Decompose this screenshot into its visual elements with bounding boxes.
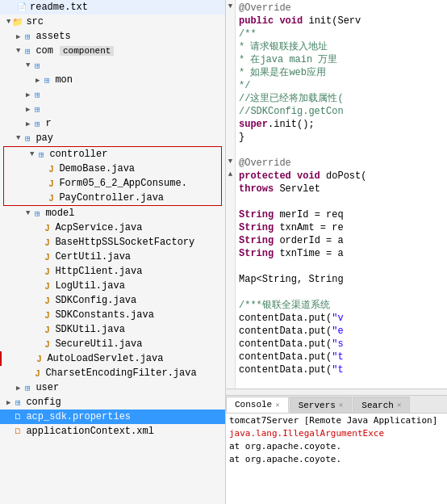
- marker-4: [226, 52, 235, 65]
- marker-22: [226, 284, 235, 297]
- tab-servers-label: Servers: [299, 401, 336, 410]
- annotation-0: @Override: [239, 2, 291, 14]
- tree-item-controller[interactable]: ▼ ⊞ controller: [4, 147, 221, 162]
- code-line-6: */: [239, 79, 444, 92]
- tree-item-pay[interactable]: ▼ ⊞ pay: [0, 131, 225, 145]
- label-sdkutil: SDKUtil.java: [55, 324, 124, 335]
- label-controller: controller: [49, 149, 107, 160]
- marker-25: [226, 323, 235, 336]
- console-line-1: java.lang.IllegalArgumentExce: [229, 428, 444, 441]
- code-text[interactable]: @Override public void init(Serv /** * 请求…: [236, 0, 447, 388]
- code-line-13: protected void doPost(: [239, 170, 444, 183]
- pkg-icon-com: ⊞: [22, 46, 33, 56]
- marker-12: ▼: [226, 155, 235, 168]
- code-editor[interactable]: ▼ ▼ ▲: [226, 0, 447, 388]
- java-icon-sdkutil: J: [41, 325, 52, 334]
- tree-item-acp-sdk[interactable]: ▶ 🗋 acp_sdk.properties: [0, 410, 225, 424]
- search-close-icon[interactable]: ✕: [397, 401, 401, 410]
- code-line-26: contentData.put("s: [239, 338, 444, 351]
- label-mon: mon: [55, 74, 73, 86]
- tree-item-acpservice[interactable]: ▶ J AcpService.java: [0, 220, 225, 235]
- arrow-mon: ▶: [36, 76, 40, 85]
- tree-item-sub2[interactable]: ▶ ⊞: [0, 87, 225, 102]
- label-secureutil: SecureUtil.java: [55, 338, 142, 350]
- marker-0: ▼: [226, 0, 235, 13]
- kw-void-1: void: [279, 15, 303, 27]
- arrow-sub2: ▶: [26, 90, 30, 99]
- tree-item-certutil[interactable]: ▶ J CertUtil.java: [0, 250, 225, 264]
- tree-item-user[interactable]: ▶ ⊞ user: [0, 380, 225, 395]
- tree-item-secureutil[interactable]: ▶ J SecureUtil.java: [0, 337, 225, 351]
- str-28: "t: [332, 364, 343, 376]
- tree-item-assets[interactable]: ▶ ⊞ assets: [0, 29, 225, 44]
- java-icon-sdkconstants: J: [41, 310, 52, 320]
- tree-item-readme[interactable]: 📄 readme.txt: [0, 0, 225, 15]
- tree-item-src[interactable]: ▼ 📁 src: [0, 15, 225, 29]
- tree-item-appcontext[interactable]: ▶ 🗋 applicationContext.xml: [0, 424, 225, 439]
- tree-item-sub1[interactable]: ▼ ⊞: [0, 58, 225, 73]
- tree-item-demobase[interactable]: ▶ J DemoBase.java: [4, 162, 221, 176]
- label-model: model: [45, 208, 74, 219]
- label-certutil: CertUtil.java: [55, 251, 131, 262]
- tree-item-httpclient[interactable]: ▶ J HttpClient.java: [0, 264, 225, 279]
- pkg-icon-sub1: ⊞: [31, 61, 43, 70]
- arrow-sub3: ▶: [26, 105, 30, 114]
- arrow-controller: ▼: [30, 150, 34, 158]
- tree-item-sdkutil[interactable]: ▶ J SDKUtil.java: [0, 322, 225, 337]
- kw-string-16: String: [239, 209, 274, 220]
- tree-item-mon[interactable]: ▶ ⊞ mon: [0, 73, 225, 87]
- marker-20: [226, 258, 235, 271]
- pkg-icon-model: ⊞: [31, 208, 43, 218]
- marker-3: [226, 39, 235, 52]
- java-icon-autoload: J: [33, 354, 44, 363]
- code-line-17: String txnAmt = re: [239, 221, 444, 234]
- tree-item-form05[interactable]: ▶ J Form05_6_2_AppConsume.: [4, 176, 221, 191]
- code-line-25: contentData.put("e: [239, 325, 444, 338]
- marker-5: [226, 65, 235, 78]
- file-tree: 📄 readme.txt ▼ 📁 src ▶ ⊞ assets ▼ ⊞ com …: [0, 0, 226, 504]
- marker-11: [226, 142, 235, 155]
- servers-close-icon[interactable]: ✕: [339, 401, 343, 410]
- tree-item-sub3[interactable]: ▶ ⊞: [0, 102, 225, 116]
- comment-5: * 如果是在web应用: [239, 67, 326, 78]
- tree-item-basehttpsssl[interactable]: ▶ J BaseHttpSSLSocketFactory: [0, 235, 225, 250]
- tree-item-model[interactable]: ▼ ⊞ model: [0, 206, 225, 220]
- arrow-config: ▶: [6, 398, 10, 407]
- pkg-icon-assets: ⊞: [22, 32, 33, 41]
- console-close-icon[interactable]: ✕: [275, 401, 279, 410]
- tree-item-paycontroller[interactable]: ▶ J PayController.java: [4, 191, 221, 205]
- code-scrollbar-h[interactable]: [226, 388, 447, 395]
- label-autoload: AutoLoadServlet.java: [47, 353, 163, 364]
- code-line-11: [239, 144, 444, 157]
- code-line-22: [239, 286, 444, 299]
- tree-item-config[interactable]: ▶ ⊞ config: [0, 395, 225, 410]
- code-line-9: super.init();: [239, 118, 444, 131]
- tree-item-autoload[interactable]: ▶ J AutoLoadServlet.java: [0, 351, 225, 366]
- str-26: "s: [332, 338, 343, 350]
- code-line-2: /**: [239, 27, 444, 40]
- tab-search[interactable]: Search ✕: [353, 397, 410, 413]
- arrow-model: ▼: [26, 209, 30, 217]
- console-text-3: at org.apache.coyote.: [229, 454, 341, 464]
- code-line-20: [239, 260, 444, 273]
- tree-item-com[interactable]: ▼ ⊞ com component: [0, 44, 225, 58]
- tree-item-logutil[interactable]: ▶ J LogUtil.java: [0, 279, 225, 293]
- tab-console[interactable]: Console ✕: [226, 397, 289, 413]
- tree-item-sdkconfig[interactable]: ▶ J SDKConfig.java: [0, 293, 225, 308]
- console-text-0: tomcat7Server [Remote Java Application]: [229, 415, 437, 426]
- tree-item-r[interactable]: ▶ ⊞ r: [0, 116, 225, 131]
- label-sdkconstants: SDKConstants.java: [55, 309, 153, 321]
- label-readme: readme.txt: [30, 2, 88, 13]
- comment-23: /***银联全渠道系统: [239, 300, 330, 311]
- kw-void-13: void: [297, 170, 320, 182]
- tree-item-sdkconstants[interactable]: ▶ J SDKConstants.java: [0, 308, 225, 322]
- code-line-7: //这里已经将加载属性(: [239, 92, 444, 105]
- tab-servers[interactable]: Servers ✕: [290, 397, 353, 413]
- label-httpclient: HttpClient.java: [55, 266, 142, 277]
- tree-item-charsetencoding[interactable]: ▶ J CharsetEncodingFilter.java: [0, 366, 225, 380]
- label-basehttpsssl: BaseHttpSSLSocketFactory: [55, 237, 194, 248]
- annotation-12: @Override: [239, 158, 291, 169]
- label-r: r: [45, 118, 51, 129]
- comment-4: * 在java main 万里: [239, 54, 337, 65]
- console-text-1: java.lang.IllegalArgumentExce: [229, 428, 384, 439]
